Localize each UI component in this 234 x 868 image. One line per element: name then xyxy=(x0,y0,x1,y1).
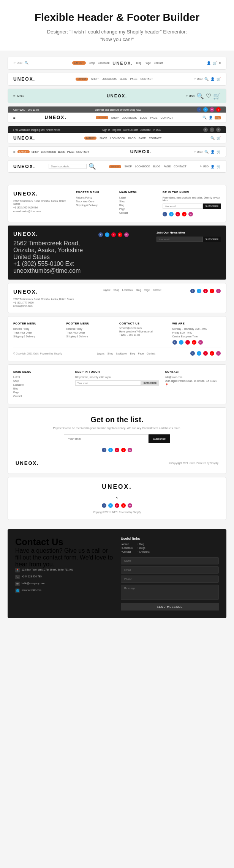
nav-page-6[interactable]: PAGE xyxy=(67,151,74,153)
nav-shop-1[interactable]: Shop xyxy=(89,62,95,64)
footer-link-track-4b[interactable]: Track Your Order xyxy=(66,331,115,334)
nav-lookbook-7[interactable]: LOOKBOOK xyxy=(135,165,150,168)
youtube-bottom-4[interactable]: y xyxy=(210,351,214,356)
search-icon-3[interactable]: 🔍 xyxy=(196,92,204,100)
bottom-nav-page-4[interactable]: Page xyxy=(138,352,144,355)
nav-contact-2[interactable]: CONTACT xyxy=(141,78,153,80)
nav-lookbook-5[interactable]: LOOKBOOK xyxy=(110,137,125,140)
pinterest-footer-4[interactable]: p xyxy=(185,340,190,345)
cart-icon-2[interactable]: 🛒 xyxy=(217,77,221,81)
nav-lookbook-4[interactable]: LOOKBOOK xyxy=(122,116,137,119)
footer-link-track-4a[interactable]: Track Your Order xyxy=(13,331,62,334)
nav-page-2[interactable]: PAGE xyxy=(130,78,138,80)
bottom-nav-shop-4[interactable]: Shop xyxy=(108,352,113,355)
pinterest-footer-3[interactable]: p xyxy=(203,289,208,293)
instagram-footer-2[interactable]: in xyxy=(124,232,129,237)
footer-link-contact-5[interactable]: Contact xyxy=(13,395,69,397)
register-link-5[interactable]: Register xyxy=(112,129,121,131)
footer-link-contact-1[interactable]: Contact xyxy=(119,211,158,214)
cart-badge-4[interactable]: 🛒1 xyxy=(215,116,221,119)
search-icon-6[interactable]: 🔍 xyxy=(204,150,209,154)
cart-icon-7[interactable]: 🛒 xyxy=(217,165,221,169)
subscribe-link-5[interactable]: Subscribe xyxy=(140,129,151,131)
cart-icon-1[interactable]: 🛒 xyxy=(213,61,217,65)
newsletter-btn-1[interactable]: SUBSCRIBE xyxy=(203,203,221,209)
search-icon-1[interactable]: 🔍 xyxy=(25,61,28,65)
newsletter-btn-5[interactable]: SUBSCRIBE xyxy=(141,380,159,386)
twitter-icon-5[interactable]: t xyxy=(210,127,214,132)
nav-contact-5[interactable]: CONTACT xyxy=(149,137,161,140)
twitter-footer-7[interactable]: t xyxy=(108,503,113,508)
twitter-footer-3[interactable]: t xyxy=(197,289,201,293)
useful-link-checkout[interactable]: › Checkout xyxy=(138,550,149,553)
pinterest-bottom-4[interactable]: p xyxy=(203,351,208,356)
footer-link-shop-1[interactable]: Shop xyxy=(119,200,158,203)
bottom-nav-blog-4[interactable]: Blog xyxy=(130,352,135,355)
user-icon-6[interactable]: 👤 xyxy=(210,150,215,154)
nav-lookbook-6[interactable]: LOOKBOOK xyxy=(41,151,56,153)
send-message-btn[interactable]: SEND MESSAGE xyxy=(121,603,219,610)
nav-latest-2[interactable]: LATEST xyxy=(76,78,88,81)
footer-nav-lookbook-3[interactable]: Lookbook xyxy=(122,289,133,291)
footer-nav-layout-3[interactable]: Layout xyxy=(103,289,111,291)
search-icon-4[interactable]: 🔍 xyxy=(202,116,207,119)
youtube-footer-3[interactable]: y xyxy=(210,289,214,293)
nav-shop-4[interactable]: SHOP xyxy=(111,116,119,119)
location-icon-5[interactable]: 📍 xyxy=(165,383,221,387)
cart-icon-5[interactable]: 🛒 xyxy=(217,136,221,140)
nav-shop-2[interactable]: SHOP xyxy=(91,78,99,80)
nav-page-1[interactable]: Page xyxy=(144,62,150,64)
useful-link-contact[interactable]: › Contact xyxy=(121,550,133,553)
facebook-icon-5[interactable]: f xyxy=(203,127,208,132)
footer-link-lookbook-5[interactable]: Lookbook xyxy=(13,383,69,386)
search-btn-7[interactable]: 🔍 xyxy=(89,163,96,170)
contact-email-input[interactable] xyxy=(121,566,219,574)
facebook-footer-4[interactable]: f xyxy=(172,340,177,345)
bottom-nav-layout-4[interactable]: Layout xyxy=(97,352,104,355)
wishlist-icon-3[interactable]: ♡ xyxy=(206,92,211,100)
nav-blog-5[interactable]: BLOG xyxy=(128,137,136,140)
nav-page-7[interactable]: PAGE xyxy=(163,165,171,168)
user-icon-4[interactable]: 👤 xyxy=(209,116,213,119)
nav-shop-7[interactable]: SHOP xyxy=(124,165,132,168)
nav-contact-6[interactable]: CONTACT xyxy=(76,151,89,153)
newsletter-btn-2[interactable]: SUBSCRIBE xyxy=(203,237,221,242)
twitter-footer-2[interactable]: t xyxy=(105,232,109,237)
instagram-icon-5[interactable]: in xyxy=(216,127,221,132)
nav-shop-6[interactable]: SHOP xyxy=(32,151,39,153)
instagram-bottom-4[interactable]: in xyxy=(216,351,221,356)
youtube-footer-1[interactable]: y xyxy=(182,212,187,216)
currency-2[interactable]: 🏳 USD xyxy=(193,78,202,80)
footer-link-page-5[interactable]: Page xyxy=(13,391,69,394)
nav-page-4[interactable]: PAGE xyxy=(150,116,158,119)
footer-nav-page-3[interactable]: Page xyxy=(144,289,150,291)
nav-blog-1[interactable]: Blog xyxy=(136,62,141,64)
currency-6[interactable]: 🏳 USD xyxy=(193,151,202,153)
nav-blog-4[interactable]: BLOG xyxy=(140,116,147,119)
currency-5[interactable]: 🏳 USD xyxy=(153,129,161,131)
subscribe-btn[interactable]: Subscribe xyxy=(149,434,170,443)
nav-blog-2[interactable]: BLOG xyxy=(120,78,127,80)
bottom-nav-contact-4[interactable]: Contact xyxy=(147,352,155,355)
twitter-subscribe[interactable]: t xyxy=(108,448,113,452)
useful-link-lookbook[interactable]: › Lookbook xyxy=(121,547,133,549)
currency-3[interactable]: 🏳 USD xyxy=(185,95,194,97)
twitter-icon-4[interactable]: t xyxy=(203,107,208,112)
instagram-footer-1[interactable]: in xyxy=(188,212,193,216)
pinterest-footer-2[interactable]: p xyxy=(111,232,116,237)
hamburger-4[interactable]: ≡ xyxy=(13,116,16,120)
youtube-icon-4[interactable]: y xyxy=(216,107,221,112)
nav-latest-7[interactable]: LATEST xyxy=(109,165,121,168)
footer-link-latest-5[interactable]: Latest xyxy=(13,376,69,378)
nav-latest-6[interactable]: LATEST xyxy=(17,150,30,153)
search-icon-5[interactable]: 🔍 xyxy=(210,136,215,140)
footer-link-page-1[interactable]: Page xyxy=(119,208,158,210)
user-icon-2[interactable]: 👤 xyxy=(210,77,215,81)
nav-page-5[interactable]: PAGE xyxy=(139,137,146,140)
facebook-footer-2[interactable]: f xyxy=(98,232,103,237)
search-icon-2[interactable]: 🔍 xyxy=(204,77,209,81)
youtube-footer-7[interactable]: y xyxy=(121,503,126,508)
cart-icon-6[interactable]: 🛒 xyxy=(217,150,221,154)
instagram-icon-4[interactable]: in xyxy=(210,107,214,112)
nav-lookbook-1[interactable]: Lookbook xyxy=(98,62,109,64)
